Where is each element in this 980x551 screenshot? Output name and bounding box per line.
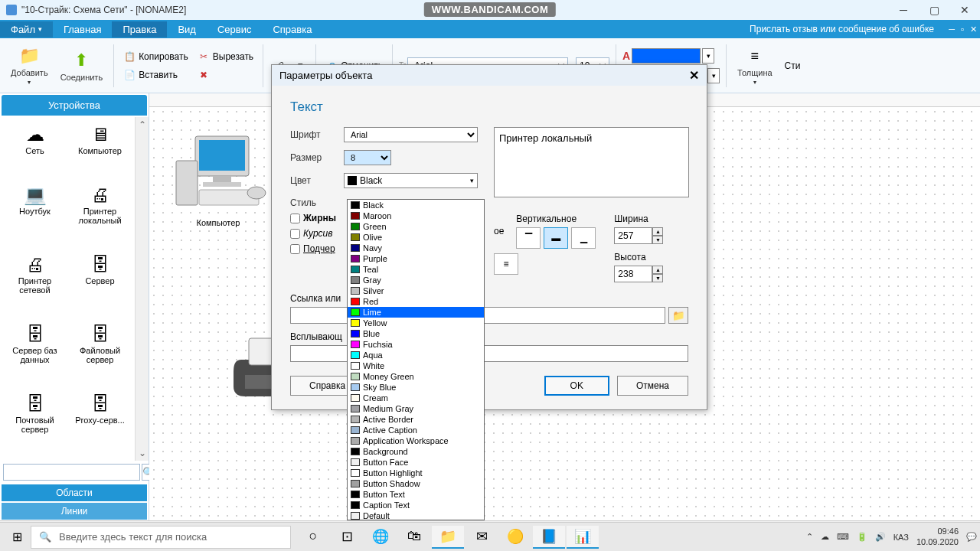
tray-battery-icon[interactable]: 🔋 — [857, 532, 867, 542]
color-option-purple[interactable]: Purple — [348, 253, 484, 264]
menu-view[interactable]: Вид — [167, 21, 207, 37]
device-mailserver[interactable]: 🗄Почтовый сервер — [3, 390, 67, 458]
fill-dropdown-arrow[interactable]: ▾ — [707, 68, 720, 83]
color-option-medium-gray[interactable]: Medium Gray — [348, 403, 484, 414]
scroll-down[interactable]: ⌄ — [136, 445, 149, 461]
task-cortana[interactable]: ○ — [297, 526, 329, 549]
mdi-maximize[interactable]: ▫ — [961, 24, 964, 34]
task-store[interactable]: 🛍 — [398, 526, 430, 549]
dialog-close-button[interactable]: ✕ — [689, 68, 699, 83]
device-dbserver[interactable]: 🗄Сервер баз данных — [3, 320, 67, 388]
color-option-active-caption[interactable]: Active Caption — [348, 425, 484, 435]
color-option-blue[interactable]: Blue — [348, 328, 484, 339]
ok-button[interactable]: OK — [544, 376, 609, 396]
color-option-money-green[interactable]: Money Green — [348, 371, 484, 382]
link-browse[interactable]: 📁 — [668, 307, 688, 324]
cut-button[interactable]: ✂Вырезать — [194, 49, 256, 64]
sidebar-section-lines[interactable]: Линии — [2, 503, 147, 520]
task-word[interactable]: 📘 — [533, 526, 565, 549]
valign-top[interactable]: ▔ — [516, 227, 541, 249]
color-swatch[interactable] — [632, 48, 701, 64]
menu-service[interactable]: Сервис — [207, 21, 263, 37]
sidebar-header-devices[interactable]: Устройства — [2, 95, 147, 116]
maximize-button[interactable]: ▢ — [919, 0, 949, 20]
tray-input-icon[interactable]: ⌨ — [837, 532, 849, 542]
device-server[interactable]: 🗄Сервер — [68, 250, 132, 318]
color-option-white[interactable]: White — [348, 360, 484, 371]
dialog-size-select[interactable]: 8 — [344, 150, 391, 165]
canvas-object-computer[interactable]: Компьютер — [168, 130, 268, 227]
color-option-olive[interactable]: Olive — [348, 232, 484, 243]
device-fileserver[interactable]: 🗄Файловый сервер — [68, 320, 132, 388]
color-option-aqua[interactable]: Aqua — [348, 350, 484, 360]
cancel-button[interactable]: Отмена — [617, 376, 688, 396]
device-printer-network[interactable]: 🖨Принтер сетевой — [3, 250, 67, 318]
tray-chevron[interactable]: ⌃ — [806, 532, 813, 542]
tray-clock[interactable]: 09:46 10.09.2020 — [916, 527, 959, 546]
task-explorer[interactable]: 📁 — [432, 526, 464, 549]
color-option-sky-blue[interactable]: Sky Blue — [348, 382, 484, 393]
color-option-silver[interactable]: Silver — [348, 285, 484, 296]
color-option-red[interactable]: Red — [348, 296, 484, 307]
copy-button[interactable]: 📋Копировать — [120, 49, 191, 64]
task-edge[interactable]: 🌐 — [364, 526, 397, 549]
tray-onedrive-icon[interactable]: ☁ — [821, 532, 829, 542]
thickness-button[interactable]: ≡ Толщина▾ — [733, 44, 777, 87]
color-option-navy[interactable]: Navy — [348, 243, 484, 253]
color-option-black[interactable]: Black — [348, 200, 484, 210]
task-mail[interactable]: ✉ — [466, 526, 498, 549]
color-option-background[interactable]: Background — [348, 446, 484, 457]
color-option-button-face[interactable]: Button Face — [348, 457, 484, 468]
color-option-gray[interactable]: Gray — [348, 275, 484, 285]
dialog-font-select[interactable]: Arial — [344, 127, 478, 142]
add-button[interactable]: 📁 Добавить▾ — [6, 44, 53, 87]
device-network[interactable]: ☁Сеть — [3, 120, 67, 179]
color-option-lime[interactable]: Lime — [348, 307, 484, 318]
task-app[interactable]: 📊 — [567, 526, 599, 549]
color-option-caption-text[interactable]: Caption Text — [348, 500, 484, 510]
task-chrome[interactable]: 🟡 — [499, 526, 531, 549]
close-button[interactable]: ✕ — [949, 0, 980, 20]
feedback-link[interactable]: Прислать отзыв или сообщение об ошибке — [750, 24, 934, 34]
color-option-button-shadow[interactable]: Button Shadow — [348, 478, 484, 489]
menu-help[interactable]: Справка — [262, 21, 322, 37]
dialog-color-select[interactable]: Black ▾ — [344, 173, 478, 188]
halign-extra[interactable]: ≡ — [494, 253, 518, 275]
scroll-up[interactable]: ⌃ — [136, 117, 149, 132]
file-menu[interactable]: Файл ▾ — [0, 21, 53, 37]
width-spinner[interactable]: ▲▼ — [614, 227, 663, 244]
color-dropdown-arrow[interactable]: ▾ — [702, 48, 714, 64]
menu-main[interactable]: Главная — [53, 21, 112, 37]
color-option-cream[interactable]: Cream — [348, 393, 484, 403]
color-option-green[interactable]: Green — [348, 221, 484, 232]
device-laptop[interactable]: 💻Ноутбук — [3, 181, 67, 249]
valign-middle[interactable]: ▬ — [544, 227, 568, 249]
sidebar-section-areas[interactable]: Области — [2, 484, 147, 501]
delete-button[interactable]: ✖ — [194, 67, 256, 83]
color-option-button-highlight[interactable]: Button Highlight — [348, 468, 484, 478]
color-option-application-workspace[interactable]: Application Workspace — [348, 435, 484, 446]
color-option-default[interactable]: Default — [348, 510, 484, 520]
valign-bottom[interactable]: ▁ — [571, 227, 596, 249]
mdi-minimize[interactable]: ─ — [949, 24, 955, 34]
color-dropdown-list[interactable]: BlackMaroonGreenOliveNavyPurpleTealGrayS… — [347, 199, 485, 520]
menu-edit[interactable]: Правка — [112, 21, 167, 37]
height-spinner[interactable]: ▲▼ — [614, 266, 663, 282]
connect-button[interactable]: ⬆ Соединить — [56, 48, 108, 83]
color-option-active-border[interactable]: Active Border — [348, 414, 484, 425]
minimize-button[interactable]: ─ — [888, 0, 919, 20]
tray-lang[interactable]: КАЗ — [893, 533, 909, 542]
color-option-button-text[interactable]: Button Text — [348, 489, 484, 500]
device-printer-local[interactable]: 🖨Принтер локальный — [68, 181, 132, 249]
device-proxyserver[interactable]: 🗄Proxy-серв... — [68, 390, 132, 458]
device-computer[interactable]: 🖥Компьютер — [68, 120, 132, 179]
paste-button[interactable]: 📄Вставить — [120, 67, 191, 83]
color-option-yellow[interactable]: Yellow — [348, 318, 484, 328]
dialog-text-input[interactable] — [494, 127, 689, 197]
color-option-maroon[interactable]: Maroon — [348, 210, 484, 221]
sidebar-search-input[interactable] — [3, 464, 140, 481]
color-option-fuchsia[interactable]: Fuchsia — [348, 339, 484, 350]
mdi-close[interactable]: ✕ — [970, 24, 977, 34]
start-button[interactable]: ⊞ — [3, 526, 31, 549]
tray-volume-icon[interactable]: 🔊 — [875, 532, 886, 542]
